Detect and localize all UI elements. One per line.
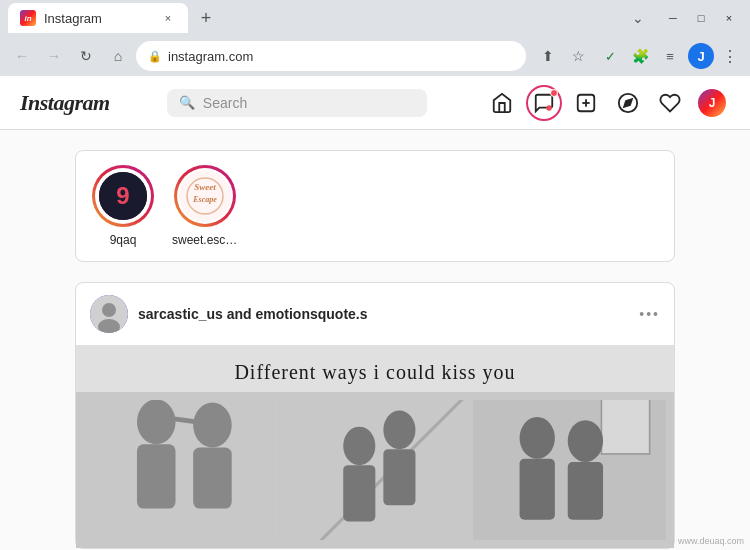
activity-button[interactable] [652, 85, 688, 121]
svg-rect-33 [520, 459, 555, 520]
story-avatar-inner: 9 [95, 168, 151, 224]
comic-panels [76, 392, 674, 548]
post-username: sarcastic_us and emotionsquote.s [138, 306, 368, 322]
svg-point-27 [383, 411, 415, 450]
explore-button[interactable] [610, 85, 646, 121]
stories-row: 9 9qaq [92, 165, 658, 247]
extension-check-button[interactable]: ✓ [596, 42, 624, 70]
comic-panel-3 [473, 400, 666, 540]
stories-container: 9 9qaq [75, 150, 675, 262]
post-user-info: sarcastic_us and emotionsquote.s [138, 305, 629, 323]
svg-text:Sweet: Sweet [194, 182, 216, 192]
svg-text:Escape: Escape [192, 195, 217, 204]
story-ring: 9 [92, 165, 154, 227]
comic-panel-2 [279, 400, 472, 540]
profile-avatar-button[interactable]: J [694, 85, 730, 121]
post-container: sarcastic_us and emotionsquote.s ••• Dif… [75, 282, 675, 549]
svg-text:9: 9 [116, 182, 129, 209]
comic-title: Different ways i could kiss you [92, 353, 658, 388]
extensions-menu-button[interactable]: ≡ [656, 42, 684, 70]
tab-favicon: in [20, 10, 36, 26]
search-icon: 🔍 [179, 95, 195, 110]
post-image: Different ways i could kiss you [76, 345, 674, 548]
home-button[interactable] [484, 85, 520, 121]
refresh-button[interactable]: ↻ [72, 42, 100, 70]
url-text: instagram.com [168, 49, 514, 64]
instagram-logo: Instagram [20, 90, 110, 116]
story-avatar-inner: Sweet Escape [177, 168, 233, 224]
search-bar[interactable]: 🔍 [167, 89, 427, 117]
svg-rect-17 [137, 444, 176, 508]
close-button[interactable]: × [716, 5, 742, 31]
svg-point-34 [568, 420, 603, 462]
story-avatar: Sweet Escape [179, 170, 231, 222]
watermark: www.deuaq.com [678, 536, 744, 546]
lock-icon: 🔒 [148, 50, 162, 63]
minimize-button[interactable]: ─ [660, 5, 686, 31]
home-button[interactable]: ⌂ [104, 42, 132, 70]
instagram-header: Instagram 🔍 [0, 76, 750, 130]
svg-rect-26 [343, 465, 375, 521]
svg-point-16 [137, 400, 176, 444]
post-header: sarcastic_us and emotionsquote.s ••• [76, 283, 674, 345]
story-avatar: 9 [97, 170, 149, 222]
story-username: sweet.escape [172, 233, 238, 247]
story-item[interactable]: 9 9qaq [92, 165, 154, 247]
profile-button[interactable]: J [688, 43, 714, 69]
svg-point-13 [102, 303, 116, 317]
bookmark-button[interactable]: ☆ [564, 42, 592, 70]
new-post-button[interactable] [568, 85, 604, 121]
browser-menu-button[interactable]: ⋮ [718, 43, 742, 70]
svg-marker-5 [624, 99, 632, 107]
story-username: 9qaq [110, 233, 137, 247]
svg-point-18 [193, 403, 232, 448]
svg-point-32 [520, 417, 555, 459]
post-more-button[interactable]: ••• [639, 306, 660, 322]
back-button[interactable]: ← [8, 42, 36, 70]
svg-rect-35 [568, 462, 603, 520]
maximize-button[interactable]: □ [688, 5, 714, 31]
window-controls: ─ □ × [660, 5, 742, 31]
post-avatar [90, 295, 128, 333]
story-ring: Sweet Escape [174, 165, 236, 227]
tab-close-button[interactable]: × [160, 10, 176, 26]
chevron-down-icon[interactable]: ⌄ [632, 10, 644, 26]
svg-rect-31 [602, 400, 650, 454]
extensions-puzzle-button[interactable]: 🧩 [626, 42, 654, 70]
search-input[interactable] [203, 95, 415, 111]
active-tab[interactable]: in Instagram × [8, 3, 188, 33]
address-input[interactable]: 🔒 instagram.com [136, 41, 526, 71]
avatar: J [698, 89, 726, 117]
comic-panel-1 [84, 400, 277, 540]
browser-chrome: in Instagram × + ⌄ ─ □ × ← → ↻ ⌂ 🔒 insta… [0, 0, 750, 76]
notification-badge [550, 89, 558, 97]
new-tab-button[interactable]: + [192, 4, 220, 32]
svg-rect-28 [383, 449, 415, 505]
tab-title: Instagram [44, 11, 152, 26]
address-bar: ← → ↻ ⌂ 🔒 instagram.com ⬆ ☆ ✓ 🧩 ≡ J ⋮ [0, 36, 750, 76]
svg-point-25 [343, 427, 375, 466]
forward-button[interactable]: → [40, 42, 68, 70]
nav-icons: J [484, 85, 730, 121]
story-item[interactable]: Sweet Escape sweet.escape [172, 165, 238, 247]
page-content: Instagram 🔍 [0, 76, 750, 550]
address-actions: ⬆ ☆ [534, 42, 592, 70]
messenger-button[interactable] [526, 85, 562, 121]
share-button[interactable]: ⬆ [534, 42, 562, 70]
svg-rect-19 [193, 448, 232, 509]
svg-line-20 [172, 419, 196, 422]
svg-point-0 [546, 105, 552, 111]
main-feed: 9 9qaq [55, 130, 695, 550]
tab-bar: in Instagram × + ⌄ ─ □ × [0, 0, 750, 36]
extension-area: ✓ 🧩 ≡ [596, 42, 684, 70]
